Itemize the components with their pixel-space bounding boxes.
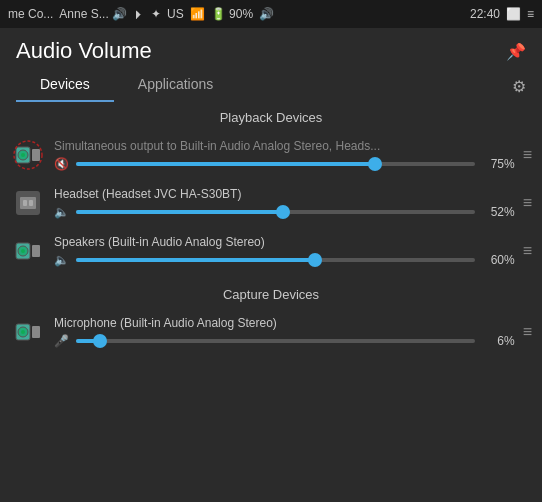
window-icon: ⬜: [506, 7, 521, 21]
device-info-simultaneous: Simultaneous output to Built-in Audio An…: [54, 139, 515, 171]
media-icon: ⏵: [133, 7, 145, 21]
slider-track-speakers[interactable]: [76, 258, 475, 262]
volume-icon-speakers[interactable]: 🔈: [54, 253, 70, 267]
playback-device-row-headset: Headset (Headset JVC HA-S30BT) 🔈 52% ≡: [0, 179, 542, 227]
wifi-icon: 📶: [190, 7, 205, 21]
device-icon-simultaneous: [10, 137, 46, 173]
device-name-speakers: Speakers (Built-in Audio Analog Stereo): [54, 235, 424, 249]
device-icon-mic: [10, 314, 46, 350]
device-controls-speakers: 🔈 60%: [54, 253, 515, 267]
content-area: Playback Devices Simultaneous output to …: [0, 102, 542, 502]
speaker-icon: [12, 139, 44, 171]
bluetooth-icon: ✦: [151, 7, 161, 21]
svg-rect-7: [23, 200, 27, 206]
tab-applications[interactable]: Applications: [114, 70, 238, 102]
volume-percent-mic: 6%: [481, 334, 515, 348]
pin-icon[interactable]: 📌: [506, 42, 526, 61]
device-controls-headset: 🔈 52%: [54, 205, 515, 219]
tab-bar: Devices Applications ⚙: [0, 70, 542, 102]
svg-rect-8: [29, 200, 33, 206]
topbar-right: 22:40 ⬜ ≡: [470, 7, 534, 21]
app-name-label: me Co...: [8, 7, 53, 21]
svg-point-2: [21, 153, 25, 157]
slider-track-mic[interactable]: [76, 339, 475, 343]
user-label: Anne S... 🔊: [59, 7, 127, 21]
device-menu-icon-simultaneous[interactable]: ≡: [523, 146, 532, 164]
slider-track[interactable]: [76, 162, 475, 166]
menu-icon: ≡: [527, 7, 534, 21]
device-icon-speakers: [10, 233, 46, 269]
device-menu-icon-headset[interactable]: ≡: [523, 194, 532, 212]
device-name-headset: Headset (Headset JVC HA-S30BT): [54, 187, 424, 201]
slider-thumb-headset[interactable]: [276, 205, 290, 219]
svg-point-11: [21, 249, 25, 253]
volume-percent-simultaneous: 75%: [481, 157, 515, 171]
device-controls-simultaneous: 🔇 75%: [54, 157, 515, 171]
volume-percent-speakers: 60%: [481, 253, 515, 267]
slider-thumb[interactable]: [368, 157, 382, 171]
device-info-speakers: Speakers (Built-in Audio Analog Stereo) …: [54, 235, 515, 267]
device-menu-icon-mic[interactable]: ≡: [523, 323, 532, 341]
topbar-left: me Co... Anne S... 🔊 ⏵ ✦ US 📶 🔋 90% 🔊: [8, 7, 274, 21]
capture-device-row-mic: Microphone (Built-in Audio Analog Stereo…: [0, 308, 542, 356]
tabs-group: Devices Applications: [16, 70, 237, 102]
volume-icon: 🔊: [259, 7, 274, 21]
tab-devices[interactable]: Devices: [16, 70, 114, 102]
device-menu-icon-speakers[interactable]: ≡: [523, 242, 532, 260]
volume-slider-simultaneous[interactable]: [76, 157, 475, 171]
svg-rect-12: [32, 245, 40, 257]
volume-icon-headset[interactable]: 🔈: [54, 205, 70, 219]
slider-thumb-mic[interactable]: [93, 334, 107, 348]
app-header: Audio Volume 📌: [0, 28, 542, 64]
svg-point-15: [21, 330, 25, 334]
mic-icon[interactable]: 🎤: [54, 334, 70, 348]
speakers-icon: [12, 235, 44, 267]
settings-icon[interactable]: ⚙: [512, 77, 526, 96]
device-info-mic: Microphone (Built-in Audio Analog Stereo…: [54, 316, 515, 348]
locale-icon: US: [167, 7, 184, 21]
svg-rect-3: [32, 149, 40, 161]
playback-device-row-speakers: Speakers (Built-in Audio Analog Stereo) …: [0, 227, 542, 275]
playback-device-row: Simultaneous output to Built-in Audio An…: [0, 131, 542, 179]
svg-rect-16: [32, 326, 40, 338]
slider-fill-speakers: [76, 258, 315, 262]
playback-section-header: Playback Devices: [0, 102, 542, 131]
volume-percent-headset: 52%: [481, 205, 515, 219]
device-controls-mic: 🎤 6%: [54, 334, 515, 348]
slider-track-headset[interactable]: [76, 210, 475, 214]
svg-rect-6: [20, 197, 36, 209]
headset-icon: [12, 187, 44, 219]
battery-label: 🔋 90%: [211, 7, 253, 21]
capture-section-header: Capture Devices: [0, 279, 542, 308]
volume-mute-icon[interactable]: 🔇: [54, 157, 70, 171]
slider-fill-headset: [76, 210, 283, 214]
device-name-mic: Microphone (Built-in Audio Analog Stereo…: [54, 316, 424, 330]
volume-slider-speakers[interactable]: [76, 253, 475, 267]
slider-fill: [76, 162, 375, 166]
system-topbar: me Co... Anne S... 🔊 ⏵ ✦ US 📶 🔋 90% 🔊 22…: [0, 0, 542, 28]
device-icon-headset: [10, 185, 46, 221]
volume-slider-mic[interactable]: [76, 334, 475, 348]
volume-slider-headset[interactable]: [76, 205, 475, 219]
clock-label: 22:40: [470, 7, 500, 21]
slider-thumb-speakers[interactable]: [308, 253, 322, 267]
app-title: Audio Volume: [16, 38, 152, 64]
microphone-icon: [12, 316, 44, 348]
device-name-simultaneous: Simultaneous output to Built-in Audio An…: [54, 139, 424, 153]
device-info-headset: Headset (Headset JVC HA-S30BT) 🔈 52%: [54, 187, 515, 219]
